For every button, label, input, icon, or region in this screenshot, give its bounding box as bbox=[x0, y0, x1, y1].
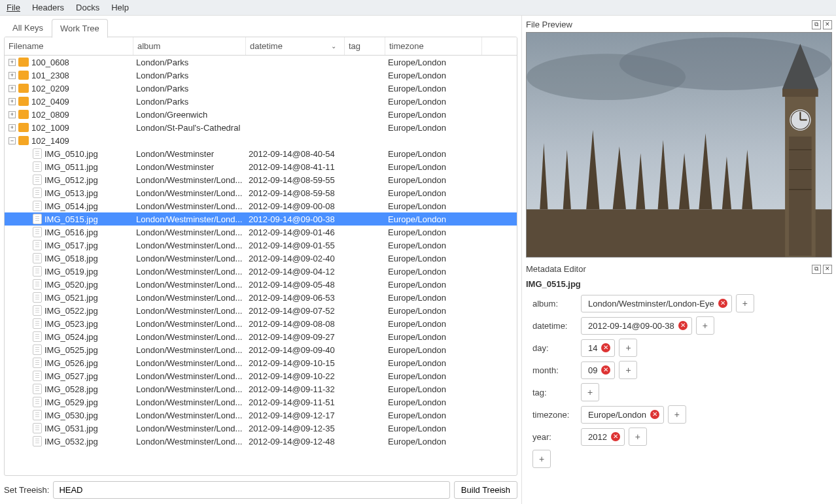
table-row[interactable]: IMG_0519.jpgLondon/Westminster/Lond...20… bbox=[5, 265, 517, 278]
build-treeish-button[interactable]: Build Treeish bbox=[454, 481, 517, 499]
album-cell: London/Westminster/Lond... bbox=[133, 227, 246, 237]
add-month-button[interactable]: + bbox=[619, 361, 637, 379]
menu-headers[interactable]: Headers bbox=[32, 3, 64, 12]
filename-label: IMG_0519.jpg bbox=[44, 267, 98, 277]
meta-value-datetime[interactable]: 2012-09-14@09-00-38✕ bbox=[581, 317, 692, 335]
album-cell: London/Parks bbox=[133, 84, 246, 93]
col-header-album[interactable]: album bbox=[133, 37, 246, 55]
expand-icon[interactable]: + bbox=[9, 111, 16, 118]
table-row[interactable]: IMG_0530.jpgLondon/Westminster/Lond...20… bbox=[5, 409, 517, 422]
timezone-cell: Europe/London bbox=[385, 58, 482, 67]
tab-all-keys[interactable]: All Keys bbox=[4, 18, 52, 37]
table-row[interactable]: +102_0209London/ParksEurope/London bbox=[5, 82, 517, 95]
table-row[interactable]: IMG_0523.jpgLondon/Westminster/Lond...20… bbox=[5, 317, 517, 330]
table-row[interactable]: IMG_0520.jpgLondon/Westminster/Lond...20… bbox=[5, 278, 517, 291]
timezone-cell: Europe/London bbox=[385, 411, 482, 420]
timezone-cell: Europe/London bbox=[385, 424, 482, 433]
table-row[interactable]: +101_2308London/ParksEurope/London bbox=[5, 69, 517, 82]
table-row[interactable]: IMG_0518.jpgLondon/Westminster/Lond...20… bbox=[5, 252, 517, 265]
set-treeish-input[interactable] bbox=[53, 481, 449, 499]
table-row[interactable]: +102_0409London/ParksEurope/London bbox=[5, 95, 517, 108]
meta-value-day[interactable]: 14✕ bbox=[581, 339, 615, 357]
add-day-button[interactable]: + bbox=[619, 339, 637, 357]
table-row[interactable]: IMG_0514.jpgLondon/Westminster/Lond...20… bbox=[5, 199, 517, 212]
table-row[interactable]: +102_1009London/St-Paul's-CathedralEurop… bbox=[5, 121, 517, 134]
col-header-filename[interactable]: Filename bbox=[5, 37, 133, 55]
delete-icon[interactable]: ✕ bbox=[650, 410, 659, 419]
col-header-timezone[interactable]: timezone bbox=[385, 37, 482, 55]
add-timezone-button[interactable]: + bbox=[668, 405, 686, 424]
tab-work-tree[interactable]: Work Tree bbox=[52, 19, 108, 38]
table-row[interactable]: IMG_0521.jpgLondon/Westminster/Lond...20… bbox=[5, 291, 517, 304]
table-row[interactable]: −102_1409 bbox=[5, 134, 517, 147]
table-row[interactable]: IMG_0532.jpgLondon/Westminster/Lond...20… bbox=[5, 435, 517, 448]
filename-label: IMG_0510.jpg bbox=[44, 149, 98, 159]
delete-icon[interactable]: ✕ bbox=[601, 343, 610, 352]
col-header-datetime[interactable]: datetime ⌄ bbox=[246, 37, 345, 55]
table-row[interactable]: IMG_0513.jpgLondon/Westminster/Lond...20… bbox=[5, 186, 517, 199]
file-icon bbox=[33, 266, 42, 277]
file-icon bbox=[33, 148, 42, 159]
table-row[interactable]: IMG_0525.jpgLondon/Westminster/Lond...20… bbox=[5, 343, 517, 356]
menu-help[interactable]: Help bbox=[111, 3, 129, 12]
menu-docks[interactable]: Docks bbox=[76, 3, 99, 12]
collapse-icon[interactable]: − bbox=[9, 137, 16, 144]
metadata-editor: Metadata Editor ⧉ ✕ IMG_0515.jpg album:L… bbox=[526, 263, 832, 499]
add-album-button[interactable]: + bbox=[736, 294, 754, 312]
meta-value-album[interactable]: London/Westminster/London-Eye✕ bbox=[581, 295, 732, 312]
table-row[interactable]: IMG_0515.jpgLondon/Westminster/Lond...20… bbox=[5, 212, 517, 226]
timezone-cell: Europe/London bbox=[385, 71, 482, 80]
expand-icon[interactable]: + bbox=[9, 72, 16, 79]
table-row[interactable]: IMG_0511.jpgLondon/Westminster2012-09-14… bbox=[5, 160, 517, 173]
preview-close-icon[interactable]: ✕ bbox=[823, 20, 832, 29]
left-pane: All Keys Work Tree Filename album dateti… bbox=[0, 16, 522, 504]
add-datetime-button[interactable]: + bbox=[696, 316, 714, 335]
add-field-button[interactable]: + bbox=[532, 450, 551, 468]
filename-label: IMG_0516.jpg bbox=[44, 227, 98, 237]
preview-detach-icon[interactable]: ⧉ bbox=[812, 20, 821, 29]
meta-row-album: album:London/Westminster/London-Eye✕+ bbox=[532, 294, 832, 312]
table-body[interactable]: +100_0608London/ParksEurope/London+101_2… bbox=[5, 56, 517, 475]
timezone-cell: Europe/London bbox=[385, 149, 482, 159]
file-icon bbox=[33, 240, 42, 250]
table-row[interactable]: IMG_0517.jpgLondon/Westminster/Lond...20… bbox=[5, 239, 517, 252]
table-row[interactable]: IMG_0524.jpgLondon/Westminster/Lond...20… bbox=[5, 330, 517, 343]
menu-file[interactable]: File bbox=[7, 3, 20, 12]
col-header-tag[interactable]: tag bbox=[345, 37, 385, 55]
delete-icon[interactable]: ✕ bbox=[601, 365, 610, 375]
table-row[interactable]: IMG_0529.jpgLondon/Westminster/Lond...20… bbox=[5, 395, 517, 409]
preview-header: File Preview ⧉ ✕ bbox=[526, 18, 832, 32]
meta-value-year[interactable]: 2012✕ bbox=[581, 428, 625, 446]
table-row[interactable]: IMG_0512.jpgLondon/Westminster/Lond...20… bbox=[5, 173, 517, 186]
editor-fields: album:London/Westminster/London-Eye✕+dat… bbox=[526, 294, 832, 468]
folder-icon bbox=[18, 84, 29, 93]
filename-label: 102_0809 bbox=[31, 110, 69, 120]
delete-icon[interactable]: ✕ bbox=[678, 321, 688, 330]
file-icon bbox=[33, 305, 42, 316]
file-icon bbox=[33, 279, 42, 290]
table-row[interactable]: +102_0809London/GreenwichEurope/London bbox=[5, 108, 517, 121]
meta-value-timezone[interactable]: Europe/London✕ bbox=[581, 406, 664, 424]
table-row[interactable]: IMG_0526.jpgLondon/Westminster/Lond...20… bbox=[5, 356, 517, 369]
table-row[interactable]: IMG_0510.jpgLondon/Westminster2012-09-14… bbox=[5, 147, 517, 160]
meta-value-month[interactable]: 09✕ bbox=[581, 361, 615, 379]
datetime-cell: 2012-09-14@09-00-38 bbox=[246, 214, 345, 224]
add-tag-button[interactable]: + bbox=[581, 383, 599, 401]
expand-icon[interactable]: + bbox=[9, 59, 16, 66]
delete-icon[interactable]: ✕ bbox=[611, 432, 620, 441]
table-row[interactable]: IMG_0516.jpgLondon/Westminster/Lond...20… bbox=[5, 226, 517, 239]
editor-detach-icon[interactable]: ⧉ bbox=[812, 265, 821, 274]
editor-close-icon[interactable]: ✕ bbox=[823, 265, 832, 274]
table-row[interactable]: IMG_0528.jpgLondon/Westminster/Lond...20… bbox=[5, 382, 517, 395]
add-year-button[interactable]: + bbox=[629, 428, 647, 446]
table-row[interactable]: +100_0608London/ParksEurope/London bbox=[5, 56, 517, 69]
expand-icon[interactable]: + bbox=[9, 124, 16, 131]
expand-icon[interactable]: + bbox=[9, 98, 16, 105]
table-row[interactable]: IMG_0531.jpgLondon/Westminster/Lond...20… bbox=[5, 422, 517, 435]
table-row[interactable]: IMG_0527.jpgLondon/Westminster/Lond...20… bbox=[5, 369, 517, 382]
timezone-cell: Europe/London bbox=[385, 241, 482, 250]
table-row[interactable]: IMG_0522.jpgLondon/Westminster/Lond...20… bbox=[5, 304, 517, 317]
delete-icon[interactable]: ✕ bbox=[718, 299, 727, 308]
file-icon bbox=[33, 214, 42, 224]
expand-icon[interactable]: + bbox=[9, 85, 16, 92]
